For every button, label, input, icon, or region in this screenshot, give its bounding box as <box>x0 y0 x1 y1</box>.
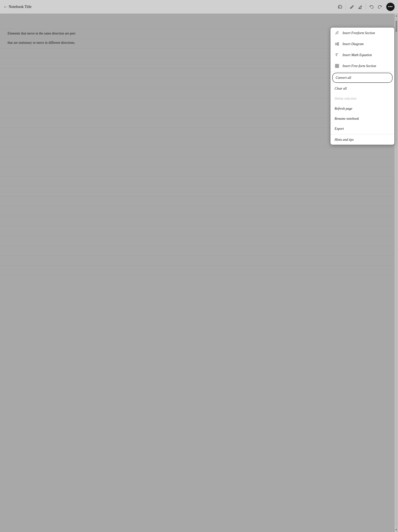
diagram-icon <box>335 42 340 46</box>
text-line-1: Elements that move in the same direction… <box>8 31 218 36</box>
menu-item-refresh-page[interactable]: Refresh page <box>330 104 394 114</box>
back-button[interactable]: ← Notebook Title <box>3 4 32 9</box>
menu-item-insert-math-equation[interactable]: Insert Math Equation <box>330 50 394 60</box>
main-content: Elements that move in the same direction… <box>0 14 398 532</box>
eraser-icon[interactable] <box>356 3 364 11</box>
notebook-title: Notebook Title <box>9 5 32 9</box>
math-icon <box>335 52 340 57</box>
toolbar-right: ••• <box>386 3 395 11</box>
notebook-line <box>0 196 394 196</box>
menu-label-insert-diagram: Insert Diagram <box>342 42 390 46</box>
toolbar-center <box>336 3 384 11</box>
menu-label-refresh-page: Refresh page <box>335 107 390 111</box>
toolbar: ← Notebook Title <box>0 0 398 14</box>
notebook-line <box>0 157 394 157</box>
back-arrow-icon: ← <box>3 4 8 9</box>
menu-item-delete-selection: Delete selection <box>330 94 394 104</box>
menu-item-insert-diagram[interactable]: Insert Diagram <box>330 38 394 50</box>
menu-item-insert-freeform-section[interactable]: Insert Freeform Section <box>330 27 394 38</box>
notebook-line <box>0 167 394 167</box>
tags-icon[interactable] <box>336 3 344 11</box>
notebook-line <box>0 236 394 236</box>
svg-point-2 <box>338 44 339 45</box>
scroll-up-arrow-icon[interactable]: ▲ <box>394 14 398 18</box>
page-text: Elements that move in the same direction… <box>8 31 218 45</box>
menu-item-convert-all[interactable]: Convert all <box>332 73 392 83</box>
notebook-line <box>0 206 394 206</box>
notebook-line <box>0 186 394 187</box>
notebook-line <box>0 265 394 266</box>
menu-label-insert-math-equation: Insert Math Equation <box>342 53 390 57</box>
menu-item-export[interactable]: Export <box>330 124 394 134</box>
undo-icon[interactable] <box>367 3 376 11</box>
notebook-line <box>0 275 394 275</box>
svg-rect-5 <box>335 64 339 68</box>
menu-label-hints-and-tips: Hints and tips <box>335 138 390 142</box>
toolbar-left: ← Notebook Title <box>3 4 336 9</box>
scroll-down-arrow-icon[interactable]: ▼ <box>394 528 398 532</box>
menu-label-insert-free-form-section: Insert Free-form Section <box>342 64 390 68</box>
notebook-line <box>0 147 394 147</box>
menu-divider-2 <box>330 134 394 134</box>
more-dots-icon: ••• <box>388 5 393 9</box>
table-icon <box>335 63 340 68</box>
menu-item-insert-free-form-section[interactable]: Insert Free-form Section <box>330 60 394 71</box>
more-button[interactable]: ••• <box>386 3 395 11</box>
freeform-icon <box>335 31 340 35</box>
menu-label-insert-freeform-section: Insert Freeform Section <box>342 31 390 35</box>
menu-label-rename-notebook: Rename notebook <box>335 117 390 121</box>
pen-icon[interactable] <box>348 3 356 11</box>
menu-label-clear-all: Clear all <box>335 87 390 91</box>
scroll-thumb[interactable] <box>396 21 397 32</box>
scroll-track[interactable] <box>396 19 397 527</box>
svg-point-1 <box>338 42 339 44</box>
menu-label-delete-selection: Delete selection <box>335 97 390 101</box>
toolbar-divider-2 <box>366 3 366 10</box>
notebook-line <box>0 216 394 216</box>
menu-label-convert-all: Convert all <box>336 76 389 80</box>
menu-item-rename-notebook[interactable]: Rename notebook <box>330 114 394 124</box>
notebook-line <box>0 226 394 226</box>
menu-item-hints-and-tips[interactable]: Hints and tips <box>330 135 394 145</box>
app-container: ← Notebook Title <box>0 0 398 532</box>
text-line-2: that are stationary or move in different… <box>8 40 218 45</box>
notebook-line <box>0 255 394 256</box>
menu-item-clear-all[interactable]: Clear all <box>330 83 394 94</box>
notebook-line <box>0 177 394 177</box>
notebook-line <box>0 246 394 246</box>
menu-label-export: Export <box>335 127 390 131</box>
scrollbar: ▲ ▼ <box>395 14 398 532</box>
dropdown-menu: Insert Freeform Section Insert Diagram I… <box>330 27 395 145</box>
svg-rect-0 <box>335 43 337 45</box>
redo-icon[interactable] <box>376 3 384 11</box>
